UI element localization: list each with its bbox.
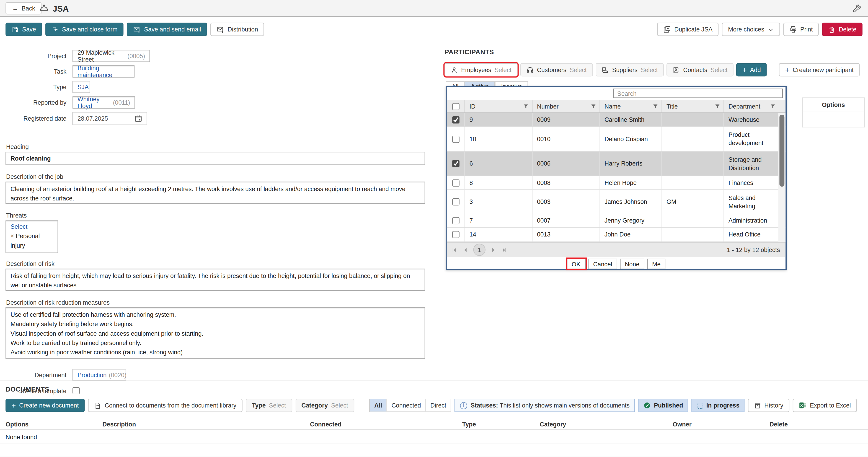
contacts-select-button[interactable]: Contacts Select bbox=[666, 63, 734, 77]
save-icon bbox=[11, 26, 19, 33]
me-button[interactable]: Me bbox=[647, 258, 665, 269]
page-title: JSA bbox=[39, 0, 69, 17]
save-button[interactable]: Save bbox=[5, 23, 42, 36]
filter-connected[interactable]: Connected bbox=[386, 399, 426, 412]
threats-field[interactable]: Select ×Personal injury bbox=[5, 220, 58, 253]
risk-description-textarea[interactable]: Risk of falling from height, which may l… bbox=[5, 269, 425, 291]
dialog-footer: OK Cancel None Me bbox=[447, 257, 785, 271]
print-button[interactable]: Print bbox=[783, 23, 819, 36]
risk-reduction-textarea[interactable]: Use of certified fall protection harness… bbox=[5, 307, 425, 359]
job-description-textarea[interactable]: Cleaning of an exterior building roof at… bbox=[5, 182, 425, 204]
statuses-note: i Statuses: This list only shows main ve… bbox=[455, 399, 635, 412]
create-new-participant-button[interactable]: + Create new participant bbox=[779, 63, 860, 77]
select-all-checkbox[interactable] bbox=[452, 102, 459, 110]
filter-icon[interactable] bbox=[523, 103, 529, 109]
risk-description-label: Description of risk bbox=[6, 260, 425, 267]
select-all-checkbox-cell[interactable] bbox=[447, 100, 465, 113]
chevron-down-icon bbox=[768, 26, 774, 32]
save-close-icon bbox=[52, 26, 59, 33]
delete-button[interactable]: Delete bbox=[822, 23, 863, 36]
filter-icon[interactable] bbox=[591, 103, 596, 109]
row-checkbox[interactable] bbox=[452, 135, 459, 143]
participants-section-title: PARTICIPANTS bbox=[444, 48, 494, 56]
row-checkbox[interactable] bbox=[452, 160, 459, 167]
filter-direct[interactable]: Direct bbox=[425, 399, 451, 412]
project-field[interactable]: 29 Maplewick Street (0005) bbox=[72, 50, 150, 62]
cancel-button[interactable]: Cancel bbox=[588, 258, 617, 269]
search-input[interactable] bbox=[613, 89, 783, 98]
documents-filter-segment: All Connected Direct bbox=[369, 399, 451, 412]
table-row[interactable]: 3 0003 James Johnson GM Sales and Market… bbox=[447, 190, 785, 214]
prev-page-icon[interactable] bbox=[462, 247, 468, 253]
type-select-button[interactable]: Type Select bbox=[246, 399, 292, 412]
registered-date-field[interactable]: 28.07.2025 bbox=[72, 112, 147, 125]
filter-icon[interactable] bbox=[653, 103, 658, 109]
dialog-scrollbar[interactable] bbox=[778, 113, 786, 242]
column-header-number[interactable]: Number bbox=[532, 100, 599, 113]
department-field[interactable]: Production (0020) bbox=[72, 369, 126, 381]
column-header-title[interactable]: Title bbox=[661, 100, 723, 113]
add-participant-button[interactable]: + Add bbox=[736, 63, 767, 77]
heading-input[interactable]: Roof cleaning bbox=[5, 152, 425, 165]
save-and-send-email-button[interactable]: Save and send email bbox=[127, 23, 207, 36]
published-icon bbox=[644, 402, 651, 409]
row-checkbox[interactable] bbox=[452, 179, 459, 186]
connect-documents-button[interactable]: Connect to documents from the document l… bbox=[88, 399, 243, 412]
column-header-department[interactable]: Department bbox=[723, 100, 785, 113]
first-page-icon[interactable] bbox=[451, 247, 457, 253]
dialog-table-header: ID Number Name Title Department bbox=[447, 100, 785, 113]
row-checkbox[interactable] bbox=[452, 217, 459, 224]
table-row[interactable]: 10 0010 Delano Crispian Product developm… bbox=[447, 127, 785, 152]
task-field[interactable]: Building maintenance bbox=[72, 65, 134, 78]
jsa-form: Project 29 Maplewick Street (0005) Task … bbox=[5, 50, 425, 398]
category-select-button[interactable]: Category Select bbox=[296, 399, 354, 412]
row-checkbox[interactable] bbox=[452, 231, 459, 238]
info-icon: i bbox=[460, 402, 467, 409]
remove-threat-icon[interactable]: × bbox=[10, 233, 14, 239]
threats-select-link[interactable]: Select bbox=[10, 223, 27, 230]
table-row[interactable]: 9 0009 Caroline Smith Warehouse bbox=[447, 113, 785, 127]
suppliers-select-button[interactable]: Suppliers Select bbox=[596, 63, 664, 77]
filter-icon[interactable] bbox=[770, 103, 775, 109]
published-filter-button[interactable]: Published bbox=[639, 399, 688, 412]
create-new-document-button[interactable]: + Create new document bbox=[5, 399, 85, 412]
back-label: Back bbox=[22, 5, 35, 12]
duplicate-jsa-button[interactable]: Duplicate JSA bbox=[657, 23, 719, 36]
column-header-id[interactable]: ID bbox=[465, 100, 532, 113]
column-header-name[interactable]: Name bbox=[599, 100, 661, 113]
employees-select-button[interactable]: Employees Select bbox=[444, 63, 518, 77]
history-button[interactable]: History bbox=[748, 399, 789, 412]
more-choices-button[interactable]: More choices bbox=[722, 23, 780, 36]
documents-empty-row: None found bbox=[0, 430, 868, 444]
row-checkbox[interactable] bbox=[452, 198, 459, 206]
table-row[interactable]: 6 0006 Harry Roberts Storage and Distrib… bbox=[447, 152, 785, 176]
export-to-excel-button[interactable]: Export to Excel bbox=[793, 399, 857, 412]
row-checkbox[interactable] bbox=[452, 116, 459, 123]
scrollbar-thumb[interactable] bbox=[779, 115, 784, 187]
distribution-icon bbox=[217, 26, 224, 33]
duplicate-icon bbox=[663, 26, 671, 33]
calendar-icon[interactable] bbox=[134, 115, 142, 122]
wrench-icon[interactable] bbox=[852, 4, 861, 13]
save-and-close-button[interactable]: Save and close form bbox=[45, 23, 124, 36]
current-page-button[interactable]: 1 bbox=[473, 244, 485, 256]
table-row[interactable]: 14 0013 John Doe Head Office bbox=[447, 227, 785, 242]
type-field[interactable]: SJA bbox=[72, 81, 90, 93]
dialog-search-row bbox=[447, 87, 785, 100]
last-page-icon[interactable] bbox=[501, 247, 507, 253]
in-progress-filter-button[interactable]: In progress bbox=[691, 399, 744, 412]
ok-button[interactable]: OK bbox=[567, 258, 585, 269]
reported-by-field[interactable]: Whitney Lloyd (0011) bbox=[72, 96, 135, 109]
filter-icon[interactable] bbox=[715, 103, 720, 109]
back-button[interactable]: ← Back bbox=[5, 2, 42, 14]
next-page-icon[interactable] bbox=[491, 247, 497, 253]
threat-tag: ×Personal injury bbox=[10, 232, 53, 250]
table-row[interactable]: 7 0007 Jenny Gregory Administration bbox=[447, 214, 785, 227]
pagination-info: 1 - 12 by 12 objects bbox=[727, 246, 780, 253]
filter-all[interactable]: All bbox=[370, 399, 386, 412]
customers-select-button[interactable]: Customers Select bbox=[520, 63, 593, 77]
table-row[interactable]: 8 0008 Helen Hope Finances bbox=[447, 176, 785, 190]
distribution-button[interactable]: Distribution bbox=[210, 23, 264, 36]
none-button[interactable]: None bbox=[620, 258, 644, 269]
threats-label: Threats bbox=[6, 212, 425, 219]
